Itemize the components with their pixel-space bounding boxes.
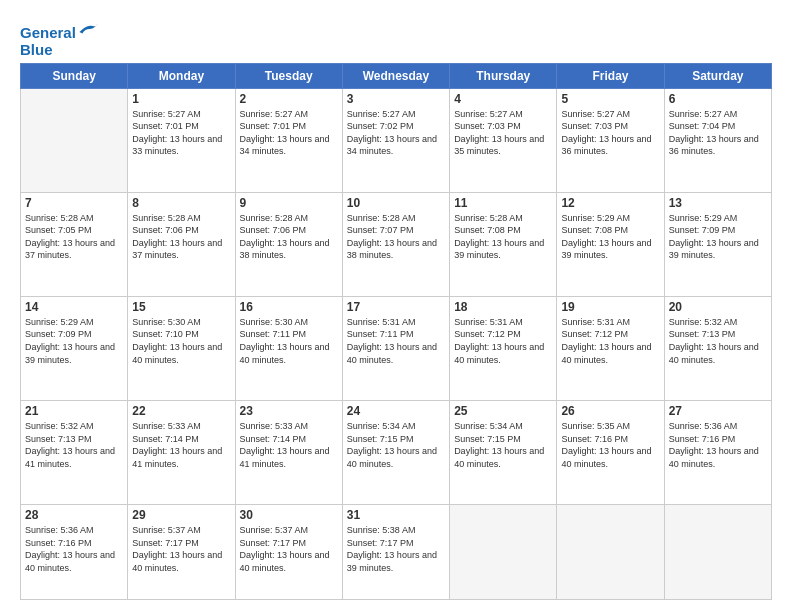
day-number: 24 — [347, 404, 445, 418]
calendar-cell: 27Sunrise: 5:36 AMSunset: 7:16 PMDayligh… — [664, 401, 771, 505]
calendar-cell: 14Sunrise: 5:29 AMSunset: 7:09 PMDayligh… — [21, 296, 128, 400]
cell-info: Sunrise: 5:32 AMSunset: 7:13 PMDaylight:… — [669, 316, 767, 366]
day-number: 26 — [561, 404, 659, 418]
calendar-cell: 16Sunrise: 5:30 AMSunset: 7:11 PMDayligh… — [235, 296, 342, 400]
day-number: 16 — [240, 300, 338, 314]
calendar-cell: 11Sunrise: 5:28 AMSunset: 7:08 PMDayligh… — [450, 192, 557, 296]
week-row-1: 1Sunrise: 5:27 AMSunset: 7:01 PMDaylight… — [21, 88, 772, 192]
week-row-3: 14Sunrise: 5:29 AMSunset: 7:09 PMDayligh… — [21, 296, 772, 400]
cell-info: Sunrise: 5:31 AMSunset: 7:12 PMDaylight:… — [561, 316, 659, 366]
calendar-cell: 10Sunrise: 5:28 AMSunset: 7:07 PMDayligh… — [342, 192, 449, 296]
cell-info: Sunrise: 5:36 AMSunset: 7:16 PMDaylight:… — [25, 524, 123, 574]
day-number: 10 — [347, 196, 445, 210]
cell-info: Sunrise: 5:36 AMSunset: 7:16 PMDaylight:… — [669, 420, 767, 470]
cell-info: Sunrise: 5:38 AMSunset: 7:17 PMDaylight:… — [347, 524, 445, 574]
calendar-cell — [557, 505, 664, 600]
day-number: 8 — [132, 196, 230, 210]
column-header-sunday: Sunday — [21, 63, 128, 88]
logo-text: General — [20, 20, 100, 41]
calendar-cell — [450, 505, 557, 600]
day-number: 17 — [347, 300, 445, 314]
day-number: 5 — [561, 92, 659, 106]
calendar-cell: 5Sunrise: 5:27 AMSunset: 7:03 PMDaylight… — [557, 88, 664, 192]
calendar-cell: 29Sunrise: 5:37 AMSunset: 7:17 PMDayligh… — [128, 505, 235, 600]
week-row-4: 21Sunrise: 5:32 AMSunset: 7:13 PMDayligh… — [21, 401, 772, 505]
calendar-cell: 9Sunrise: 5:28 AMSunset: 7:06 PMDaylight… — [235, 192, 342, 296]
day-number: 23 — [240, 404, 338, 418]
cell-info: Sunrise: 5:28 AMSunset: 7:06 PMDaylight:… — [240, 212, 338, 262]
calendar-cell: 25Sunrise: 5:34 AMSunset: 7:15 PMDayligh… — [450, 401, 557, 505]
calendar-cell: 12Sunrise: 5:29 AMSunset: 7:08 PMDayligh… — [557, 192, 664, 296]
page: General Blue SundayMondayTuesdayWednesda… — [0, 0, 792, 612]
day-number: 30 — [240, 508, 338, 522]
cell-info: Sunrise: 5:32 AMSunset: 7:13 PMDaylight:… — [25, 420, 123, 470]
cell-info: Sunrise: 5:34 AMSunset: 7:15 PMDaylight:… — [454, 420, 552, 470]
logo: General Blue — [20, 20, 100, 59]
calendar-cell: 15Sunrise: 5:30 AMSunset: 7:10 PMDayligh… — [128, 296, 235, 400]
calendar-cell: 24Sunrise: 5:34 AMSunset: 7:15 PMDayligh… — [342, 401, 449, 505]
day-number: 28 — [25, 508, 123, 522]
calendar-cell: 19Sunrise: 5:31 AMSunset: 7:12 PMDayligh… — [557, 296, 664, 400]
logo-general: General — [20, 24, 76, 41]
calendar-cell: 3Sunrise: 5:27 AMSunset: 7:02 PMDaylight… — [342, 88, 449, 192]
day-number: 2 — [240, 92, 338, 106]
cell-info: Sunrise: 5:28 AMSunset: 7:08 PMDaylight:… — [454, 212, 552, 262]
calendar-cell: 13Sunrise: 5:29 AMSunset: 7:09 PMDayligh… — [664, 192, 771, 296]
day-number: 11 — [454, 196, 552, 210]
day-number: 19 — [561, 300, 659, 314]
cell-info: Sunrise: 5:28 AMSunset: 7:06 PMDaylight:… — [132, 212, 230, 262]
cell-info: Sunrise: 5:27 AMSunset: 7:03 PMDaylight:… — [561, 108, 659, 158]
calendar-cell: 21Sunrise: 5:32 AMSunset: 7:13 PMDayligh… — [21, 401, 128, 505]
calendar-cell: 28Sunrise: 5:36 AMSunset: 7:16 PMDayligh… — [21, 505, 128, 600]
column-header-wednesday: Wednesday — [342, 63, 449, 88]
logo-bird-icon — [78, 20, 100, 38]
calendar-cell: 2Sunrise: 5:27 AMSunset: 7:01 PMDaylight… — [235, 88, 342, 192]
logo-blue: Blue — [20, 41, 100, 58]
cell-info: Sunrise: 5:37 AMSunset: 7:17 PMDaylight:… — [132, 524, 230, 574]
day-number: 12 — [561, 196, 659, 210]
calendar-cell: 22Sunrise: 5:33 AMSunset: 7:14 PMDayligh… — [128, 401, 235, 505]
column-header-monday: Monday — [128, 63, 235, 88]
cell-info: Sunrise: 5:35 AMSunset: 7:16 PMDaylight:… — [561, 420, 659, 470]
calendar-cell: 17Sunrise: 5:31 AMSunset: 7:11 PMDayligh… — [342, 296, 449, 400]
cell-info: Sunrise: 5:37 AMSunset: 7:17 PMDaylight:… — [240, 524, 338, 574]
day-number: 9 — [240, 196, 338, 210]
day-number: 13 — [669, 196, 767, 210]
column-header-thursday: Thursday — [450, 63, 557, 88]
column-header-friday: Friday — [557, 63, 664, 88]
calendar-cell: 20Sunrise: 5:32 AMSunset: 7:13 PMDayligh… — [664, 296, 771, 400]
calendar-cell: 31Sunrise: 5:38 AMSunset: 7:17 PMDayligh… — [342, 505, 449, 600]
day-number: 22 — [132, 404, 230, 418]
cell-info: Sunrise: 5:34 AMSunset: 7:15 PMDaylight:… — [347, 420, 445, 470]
day-number: 15 — [132, 300, 230, 314]
day-number: 29 — [132, 508, 230, 522]
cell-info: Sunrise: 5:28 AMSunset: 7:07 PMDaylight:… — [347, 212, 445, 262]
day-number: 31 — [347, 508, 445, 522]
day-number: 3 — [347, 92, 445, 106]
cell-info: Sunrise: 5:27 AMSunset: 7:01 PMDaylight:… — [240, 108, 338, 158]
cell-info: Sunrise: 5:29 AMSunset: 7:09 PMDaylight:… — [25, 316, 123, 366]
cell-info: Sunrise: 5:27 AMSunset: 7:01 PMDaylight:… — [132, 108, 230, 158]
calendar-cell: 8Sunrise: 5:28 AMSunset: 7:06 PMDaylight… — [128, 192, 235, 296]
cell-info: Sunrise: 5:30 AMSunset: 7:10 PMDaylight:… — [132, 316, 230, 366]
calendar-cell: 30Sunrise: 5:37 AMSunset: 7:17 PMDayligh… — [235, 505, 342, 600]
day-number: 27 — [669, 404, 767, 418]
cell-info: Sunrise: 5:28 AMSunset: 7:05 PMDaylight:… — [25, 212, 123, 262]
day-number: 20 — [669, 300, 767, 314]
calendar-cell: 18Sunrise: 5:31 AMSunset: 7:12 PMDayligh… — [450, 296, 557, 400]
day-number: 14 — [25, 300, 123, 314]
calendar-cell: 7Sunrise: 5:28 AMSunset: 7:05 PMDaylight… — [21, 192, 128, 296]
column-header-tuesday: Tuesday — [235, 63, 342, 88]
calendar-header-row: SundayMondayTuesdayWednesdayThursdayFrid… — [21, 63, 772, 88]
day-number: 25 — [454, 404, 552, 418]
calendar-cell: 6Sunrise: 5:27 AMSunset: 7:04 PMDaylight… — [664, 88, 771, 192]
calendar-cell: 4Sunrise: 5:27 AMSunset: 7:03 PMDaylight… — [450, 88, 557, 192]
cell-info: Sunrise: 5:27 AMSunset: 7:04 PMDaylight:… — [669, 108, 767, 158]
cell-info: Sunrise: 5:27 AMSunset: 7:02 PMDaylight:… — [347, 108, 445, 158]
cell-info: Sunrise: 5:30 AMSunset: 7:11 PMDaylight:… — [240, 316, 338, 366]
day-number: 18 — [454, 300, 552, 314]
day-number: 6 — [669, 92, 767, 106]
calendar-table: SundayMondayTuesdayWednesdayThursdayFrid… — [20, 63, 772, 601]
calendar-cell: 23Sunrise: 5:33 AMSunset: 7:14 PMDayligh… — [235, 401, 342, 505]
cell-info: Sunrise: 5:33 AMSunset: 7:14 PMDaylight:… — [132, 420, 230, 470]
